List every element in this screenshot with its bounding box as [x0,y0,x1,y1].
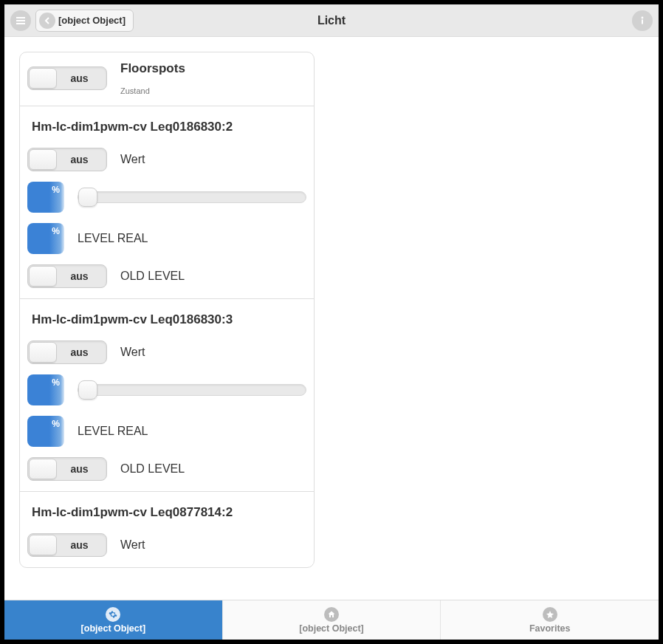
toggle-wert-2[interactable]: aus [27,533,107,557]
section-channel-0: Hm-lc-dim1pwm-cv Leq0186830:2 aus Wert % [20,106,314,298]
channel-heading: Hm-lc-dim1pwm-cv Leq0186830:2 [32,120,306,134]
back-button[interactable]: [object Object] [35,10,134,32]
back-arrow-icon [39,13,55,29]
home-icon [324,607,339,622]
percent-badge: % [27,223,64,254]
percent-symbol: % [52,185,60,195]
toggle-label: aus [57,346,106,358]
tab-favorites[interactable]: Favorites [441,600,659,640]
wert-label: Wert [120,153,145,166]
wert-label: Wert [120,346,145,359]
level-slider-0[interactable] [78,191,306,203]
old-level-label: OLD LEVEL [120,270,185,283]
toggle-label: aus [57,270,106,282]
svg-rect-0 [16,17,25,18]
channel-heading: Hm-lc-dim1pwm-cv Leq0877814:2 [32,505,306,520]
section-channel-2: Hm-lc-dim1pwm-cv Leq0877814:2 aus Wert [20,491,314,567]
svg-rect-2 [16,23,25,24]
toggle-knob [29,342,57,363]
device-title: Floorspots [120,61,185,76]
footer-tabs: [object Object] [object Object] Favorite… [4,600,659,640]
percent-symbol: % [52,377,60,388]
tab-label: Favorites [529,623,571,634]
svg-point-3 [642,16,644,18]
toggle-old-level-0[interactable]: aus [27,264,107,288]
toggle-old-level-1[interactable]: aus [27,457,107,481]
old-level-label: OLD LEVEL [120,462,185,476]
channel-heading: Hm-lc-dim1pwm-cv Leq0186830:3 [32,312,306,327]
svg-rect-1 [16,20,25,21]
device-subtitle: Zustand [120,86,185,95]
tab-settings[interactable]: [object Object] [4,600,223,640]
tab-home[interactable]: [object Object] [223,600,442,640]
slider-thumb[interactable] [78,380,97,400]
toggle-wert-1[interactable]: aus [27,340,107,364]
header-bar: [object Object] Licht [4,4,659,37]
menu-button[interactable] [10,10,31,31]
info-button[interactable] [632,10,653,31]
content-area: aus Floorspots Zustand Hm-lc-dim1pwm-cv … [4,37,659,600]
toggle-knob [29,266,57,287]
tab-label: [object Object] [299,623,364,634]
tab-label: [object Object] [81,623,146,634]
toggle-knob [29,459,57,479]
toggle-label: aus [57,72,106,84]
toggle-label: aus [57,154,106,165]
svg-rect-4 [642,19,643,24]
level-real-label: LEVEL REAL [78,425,148,438]
section-floorspots: aus Floorspots Zustand [20,52,314,106]
slider-thumb[interactable] [78,188,97,207]
toggle-knob [29,68,57,89]
info-icon [637,16,647,26]
level-slider-1[interactable] [78,384,306,396]
back-label: [object Object] [58,15,126,26]
level-real-label: LEVEL REAL [78,232,148,245]
toggle-knob [29,149,57,170]
percent-badge: % [27,182,64,213]
device-card: aus Floorspots Zustand Hm-lc-dim1pwm-cv … [19,52,315,568]
menu-icon [15,15,27,27]
gear-icon [106,607,120,622]
toggle-label: aus [57,539,106,551]
toggle-wert-0[interactable]: aus [27,148,107,171]
percent-symbol: % [52,226,60,236]
toggle-label: aus [57,463,106,475]
percent-badge: % [27,416,64,447]
percent-symbol: % [52,419,60,429]
section-channel-1: Hm-lc-dim1pwm-cv Leq0186830:3 aus Wert % [20,298,314,491]
percent-badge: % [27,374,64,405]
toggle-knob [29,535,57,555]
toggle-floorspots[interactable]: aus [27,66,107,90]
wert-label: Wert [120,538,145,552]
star-icon [543,607,557,622]
